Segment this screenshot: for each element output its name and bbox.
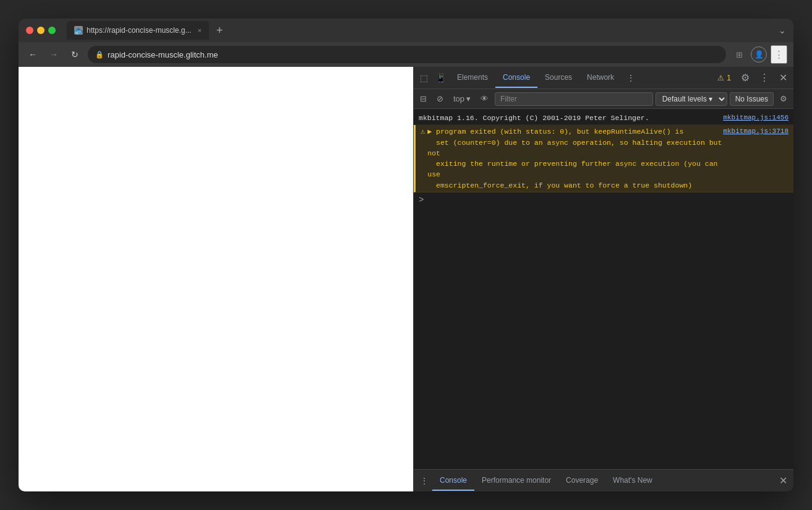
close-traffic-light[interactable] — [26, 27, 33, 34]
back-button[interactable]: ← — [25, 46, 41, 63]
content-area: ⬚ 📱 Elements Console Sources Network ⋮ ⚠… — [19, 67, 793, 491]
bottom-tab-whats-new[interactable]: What's New — [605, 471, 660, 491]
warning-badge-icon: ⚠ — [717, 74, 724, 82]
forward-icon: → — [49, 50, 58, 59]
bottom-tab-performance-monitor[interactable]: Performance monitor — [474, 471, 558, 491]
devtools-secondary-toolbar: ⊟ ⊘ top ▾ 👁 Default levels ▾ No Issues — [414, 89, 793, 109]
sidebar-toggle-icon: ⊟ — [420, 94, 427, 103]
devtools-toolbar: ⬚ 📱 Elements Console Sources Network ⋮ ⚠… — [414, 67, 793, 89]
browser-tab[interactable]: 🐟 https://rapid-concise-muscle.g... × — [67, 21, 209, 40]
eye-filter-button[interactable]: 👁 — [477, 92, 492, 105]
lock-icon: 🔒 — [95, 51, 104, 59]
console-settings-button[interactable]: ⚙ — [776, 92, 791, 105]
block-request-button[interactable]: ⊘ — [433, 92, 447, 105]
devtools-more-icon: ⋮ — [759, 72, 769, 83]
browser-menu-button[interactable]: ⋮ — [771, 45, 787, 64]
device-toggle-button[interactable]: 📱 — [432, 71, 450, 85]
reload-icon: ↻ — [71, 50, 79, 59]
minimize-traffic-light[interactable] — [37, 27, 45, 34]
warning-badge-button[interactable]: ⚠ 1 — [714, 72, 735, 84]
prompt-arrow-icon: > — [419, 195, 424, 205]
webpage-viewport — [19, 67, 413, 491]
tab-sources[interactable]: Sources — [537, 68, 579, 88]
tab-network[interactable]: Network — [579, 68, 622, 88]
warning-badge-count: 1 — [727, 74, 731, 82]
bottom-tab-console[interactable]: Console — [432, 471, 474, 491]
devtools-settings-button[interactable]: ⚙ — [737, 69, 753, 86]
console-settings-icon: ⚙ — [780, 94, 787, 103]
no-issues-button[interactable]: No Issues — [730, 92, 774, 106]
console-warning-line: ⚠ ▶ program exited (with status: 0), but… — [414, 125, 793, 192]
tab-menu-button[interactable]: ⌄ — [779, 25, 786, 35]
browser-window: 🐟 https://rapid-concise-muscle.g... × + … — [19, 19, 793, 491]
console-line-content: mkbitmap 1.16. Copyright (C) 2001-2019 P… — [419, 113, 723, 123]
console-filter-input[interactable] — [495, 92, 653, 106]
bottom-close-icon: ✕ — [779, 475, 787, 486]
devtools-panel: ⬚ 📱 Elements Console Sources Network ⋮ ⚠… — [413, 67, 793, 491]
more-tabs-button[interactable]: ⋮ — [622, 71, 640, 85]
inspect-icon: ⬚ — [420, 73, 428, 83]
drawer-menu-icon: ⋮ — [420, 476, 429, 486]
tab-url-label: https://rapid-concise-muscle.g... — [87, 26, 191, 35]
tab-bar: 🐟 https://rapid-concise-muscle.g... × + … — [67, 21, 786, 40]
console-line: mkbitmap 1.16. Copyright (C) 2001-2019 P… — [414, 111, 793, 125]
inspect-element-button[interactable]: ⬚ — [416, 71, 432, 85]
bottom-tab-coverage[interactable]: Coverage — [558, 471, 605, 491]
console-prompt-row: > — [414, 192, 793, 207]
no-issues-label: No Issues — [735, 95, 768, 103]
devtools-close-button[interactable]: ✕ — [776, 69, 791, 86]
sidebar-toggle-button[interactable]: ⊟ — [416, 92, 430, 105]
maximize-traffic-light[interactable] — [48, 27, 56, 34]
context-dropdown-icon: ▾ — [466, 94, 471, 103]
devtools-bottom-bar: ⋮ Console Performance monitor Coverage W… — [414, 469, 793, 491]
log-levels-select[interactable]: Default levels ▾ — [656, 92, 727, 106]
block-icon: ⊘ — [437, 94, 443, 103]
reload-button[interactable]: ↻ — [67, 46, 83, 63]
profile-button[interactable]: 👤 — [751, 46, 767, 63]
console-source-link[interactable]: mkbitmap.js:1456 — [723, 113, 788, 123]
console-warning-source-link[interactable]: mkbitmap.js:3718 — [723, 126, 788, 191]
traffic-lights — [26, 27, 56, 34]
bookmark-bar-toggle[interactable]: ⊞ — [731, 46, 747, 63]
browser-menu-icon: ⋮ — [774, 49, 784, 59]
tab-elements[interactable]: Elements — [450, 68, 495, 88]
devtools-toolbar-right: ⚠ 1 ⚙ ⋮ ✕ — [714, 69, 791, 86]
console-input[interactable] — [427, 196, 788, 204]
profile-icon-symbol: 👤 — [754, 50, 764, 59]
title-bar: 🐟 https://rapid-concise-muscle.g... × + … — [19, 19, 793, 42]
address-bar[interactable]: 🔒 rapid-concise-muscle.glitch.me — [88, 46, 726, 63]
bottom-bar-close-button[interactable]: ✕ — [776, 472, 791, 489]
tab-close-button[interactable]: × — [197, 27, 201, 34]
devtools-more-button[interactable]: ⋮ — [756, 69, 773, 86]
new-tab-button[interactable]: + — [214, 24, 226, 37]
forward-button[interactable]: → — [46, 46, 62, 63]
tab-favicon-icon: 🐟 — [74, 26, 83, 35]
eye-icon: 👁 — [481, 94, 489, 103]
nav-right-controls: ⊞ 👤 ⋮ — [731, 45, 787, 64]
context-selector[interactable]: top ▾ — [450, 92, 474, 105]
warning-line-icon: ⚠ — [421, 126, 425, 191]
drawer-menu-button[interactable]: ⋮ — [416, 473, 432, 488]
settings-gear-icon: ⚙ — [741, 72, 750, 83]
tab-console[interactable]: Console — [495, 68, 537, 88]
device-icon: 📱 — [435, 73, 446, 83]
navigation-bar: ← → ↻ 🔒 rapid-concise-muscle.glitch.me ⊞… — [19, 42, 793, 67]
back-icon: ← — [28, 50, 37, 59]
address-text: rapid-concise-muscle.glitch.me — [108, 50, 218, 59]
console-output: mkbitmap 1.16. Copyright (C) 2001-2019 P… — [414, 109, 793, 469]
context-label: top — [453, 94, 464, 103]
devtools-close-icon: ✕ — [779, 72, 787, 83]
console-warning-content: ▶ program exited (with status: 0), but k… — [427, 126, 723, 191]
